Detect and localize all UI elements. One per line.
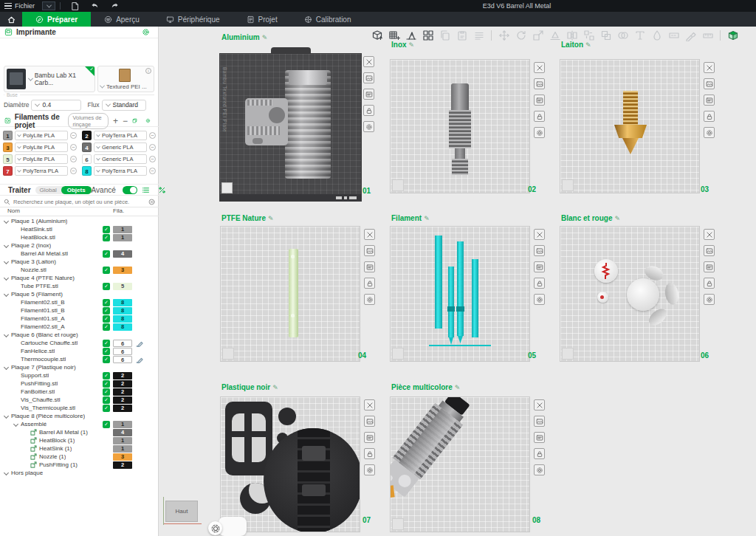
plate-label-button[interactable] [534, 261, 545, 272]
render-nozzle-stl[interactable] [614, 91, 647, 159]
filament-badge[interactable]: 1 [113, 421, 132, 428]
tree-row[interactable]: Plaque 4 (PTFE Nature) [0, 274, 159, 282]
filament-select[interactable]: PolyTerra PLA [15, 166, 68, 176]
plate-surface-07[interactable] [220, 396, 360, 532]
lock-plate-button[interactable] [534, 278, 545, 289]
edit-plate-name-icon[interactable]: ✎ [614, 215, 620, 222]
plate-surface-02[interactable] [390, 59, 530, 193]
remove-filament-icon[interactable]: − [70, 156, 77, 162]
file-menu-dropdown[interactable] [42, 1, 55, 10]
undo-button[interactable] [90, 1, 100, 11]
scale-icon[interactable] [530, 28, 546, 44]
plate-label-button[interactable] [364, 432, 375, 443]
edit-plate-name-icon[interactable]: ✎ [424, 215, 430, 222]
tree-row[interactable]: Nozzle (1) 3 [0, 453, 159, 461]
print-checkbox[interactable]: ✓ [103, 388, 110, 396]
remove-filament-button[interactable]: − [123, 117, 128, 125]
info-icon[interactable]: i [145, 68, 151, 74]
plate-image-button[interactable] [364, 245, 375, 256]
plate-title-inox[interactable]: Inox✎ [391, 41, 414, 49]
render-heatblock-stl[interactable] [245, 98, 288, 145]
lay-flat-icon[interactable] [547, 28, 563, 44]
chevron-down-icon[interactable] [4, 365, 9, 370]
delete-plate-button[interactable] [704, 62, 715, 73]
remove-filament-icon[interactable]: − [70, 168, 77, 174]
filament-badge[interactable]: 6 [113, 356, 132, 363]
plate-label-button[interactable] [364, 261, 375, 272]
chevron-down-icon[interactable] [4, 292, 9, 297]
delete-plate-button[interactable] [534, 399, 545, 410]
printer-selector[interactable]: Bambu Lab X1 Carb... ✓ [4, 66, 95, 92]
filament-badge[interactable]: 2 [113, 388, 132, 396]
filament-color-swatch[interactable]: 5 [3, 154, 13, 164]
lock-plate-button[interactable] [534, 111, 545, 122]
filament-select[interactable]: Generic PLA [94, 154, 147, 164]
tab-apercu[interactable]: Aperçu [91, 12, 153, 27]
render-thermocouple-stl[interactable] [597, 292, 608, 303]
file-menu[interactable]: Fichier [0, 0, 39, 12]
delete-plate-button[interactable] [364, 399, 375, 410]
tree-row[interactable]: Filament02.stl_B ✓ 8 [0, 298, 159, 306]
print-checkbox[interactable]: ✓ [103, 421, 110, 428]
plate-image-button[interactable] [534, 78, 545, 89]
render-fanhelice-stl[interactable] [625, 268, 683, 329]
print-checkbox[interactable]: ✓ [103, 234, 110, 241]
render-cartouche-chauffe-stl[interactable] [594, 259, 618, 283]
edit-plate-name-icon[interactable]: ✎ [272, 384, 278, 391]
tab-calibration[interactable]: Calibration [291, 12, 365, 27]
paste-icon[interactable] [454, 28, 470, 44]
plate-image-button[interactable] [364, 416, 375, 427]
purge-volumes-button[interactable]: Volumes de rinçage [68, 113, 109, 129]
chevron-down-icon[interactable] [4, 413, 9, 419]
tree-row[interactable]: HeatBlock.stl ✓ 1 [0, 233, 159, 241]
flow-select[interactable]: Standard [102, 100, 146, 111]
tree-row[interactable]: PushFitting.stl ✓ 2 [0, 379, 159, 388]
render-heatsink-stl[interactable] [285, 70, 331, 179]
mesh-boolean-icon[interactable] [615, 28, 630, 44]
plate-image-button[interactable] [363, 72, 374, 83]
print-checkbox[interactable]: ✓ [103, 299, 110, 306]
plate-image-button[interactable] [704, 78, 715, 89]
search-input[interactable] [13, 199, 145, 205]
plate-title-filament[interactable]: Filament✎ [391, 214, 430, 222]
plate-title-piece-multicolore[interactable]: Pièce multicolore✎ [391, 383, 460, 391]
delete-plate-button[interactable] [534, 229, 545, 240]
tree-row[interactable]: Filament01.stl_A ✓ 8 [0, 315, 159, 323]
arrange-icon[interactable] [420, 28, 436, 44]
redo-button[interactable] [110, 1, 120, 11]
home-button[interactable] [0, 12, 22, 27]
tree-row[interactable]: Tube PTFE.stl ✓ 5 [0, 282, 159, 290]
print-checkbox[interactable]: ✓ [103, 226, 110, 233]
move-icon[interactable] [496, 28, 512, 44]
merge-icon[interactable] [598, 28, 614, 44]
tree-row[interactable]: Support.stl ✓ 2 [0, 371, 159, 379]
plate-settings-button[interactable] [363, 121, 374, 132]
text-tool-icon[interactable] [632, 28, 647, 44]
tree-row[interactable]: Vis_Chauffe.stl ✓ 2 [0, 396, 159, 404]
tree-row[interactable]: Vis_Thermicouple.stl ✓ 2 [0, 404, 159, 412]
filament-select[interactable]: PolyLite PLA [15, 131, 68, 140]
tab-preparer[interactable]: Préparer [22, 12, 91, 27]
tree-row[interactable]: FanBoitier.stl ✓ 2 [0, 388, 159, 396]
advanced-toggle[interactable] [123, 186, 137, 194]
plate-title-plastique-noir[interactable]: Plastique noir✎ [221, 383, 278, 391]
global-objects-toggle[interactable]: Global Objets [35, 186, 92, 194]
tree-row[interactable]: Filament01.stl_B ✓ 8 [0, 306, 159, 315]
filament-badge[interactable]: 2 [113, 372, 132, 379]
render-tube-ptfe-stl[interactable] [289, 249, 298, 337]
filament-color-swatch[interactable]: 1 [3, 131, 13, 140]
tree-row[interactable]: Barrel All Metal (1) 4 [0, 428, 159, 436]
filament-badge[interactable]: 6 [113, 340, 132, 347]
filament-settings-gear-icon[interactable] [145, 117, 151, 125]
print-checkbox[interactable]: ✓ [103, 323, 110, 331]
tree-row[interactable]: Nozzle.stl ✓ 3 [0, 266, 159, 274]
diameter-select[interactable]: 0.4 [31, 100, 81, 111]
remove-filament-icon[interactable]: − [149, 144, 156, 151]
assembly-view-icon[interactable] [725, 28, 740, 44]
orientation-cube[interactable]: Haut [165, 501, 198, 522]
tree-row[interactable]: Plaque 5 (Filament) [0, 290, 159, 298]
plate-type-selector[interactable]: i Textured PEI ... [97, 66, 154, 92]
tree-row[interactable]: Plaque 8 (Pièce multicolore) [0, 412, 159, 420]
filament-color-swatch[interactable]: 2 [82, 131, 92, 140]
plate-label-button[interactable] [704, 261, 715, 272]
